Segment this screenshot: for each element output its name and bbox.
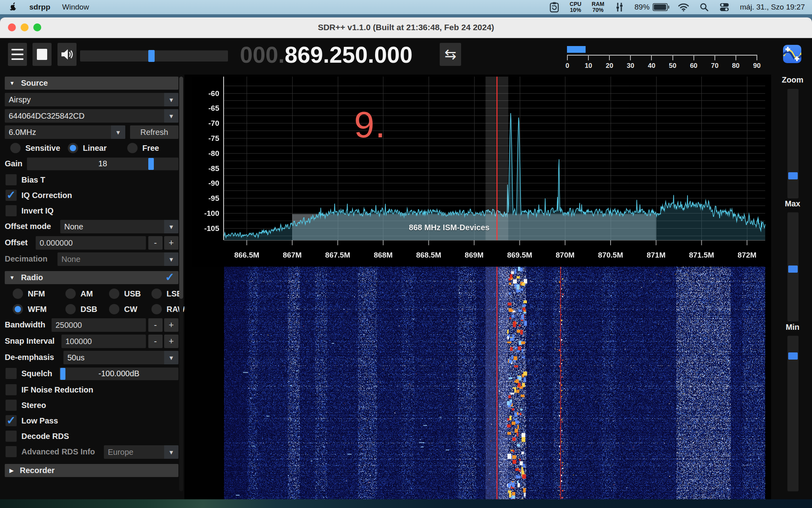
decode-rds-checkbox[interactable]: [6, 431, 17, 442]
ram-status[interactable]: RAM 70%: [592, 1, 604, 13]
snr-scale-tick: [756, 55, 757, 60]
snr-scale-number: 30: [627, 62, 634, 70]
snr-scale-number: 50: [669, 62, 676, 70]
snap-increment-button[interactable]: +: [164, 335, 178, 348]
radio-section-header[interactable]: ▼ Radio ✓: [5, 271, 178, 284]
volume-slider[interactable]: [80, 50, 228, 62]
mode-row-2: WFM DSB CW RAW: [5, 303, 178, 316]
scrollbar-thumb[interactable]: [179, 77, 183, 299]
gain-mode-free-radio[interactable]: [127, 143, 138, 153]
search-icon[interactable]: [699, 2, 709, 12]
stereo-checkbox[interactable]: [6, 400, 17, 411]
squelch-row: Squelch -100.000dB: [5, 367, 178, 381]
gain-slider-handle[interactable]: [148, 158, 154, 170]
mode-nfm-radio[interactable]: [13, 289, 23, 299]
mode-dsb-radio[interactable]: [65, 304, 76, 314]
radio-section-title: Radio: [21, 273, 43, 282]
control-center-icon[interactable]: [719, 2, 730, 12]
max-slider[interactable]: [787, 212, 799, 321]
volume-slider-handle[interactable]: [148, 50, 155, 62]
offset-mode-value: None: [64, 222, 83, 231]
gain-mode-linear-radio[interactable]: [68, 143, 78, 153]
main-menu-button[interactable]: [8, 43, 27, 66]
window-title-bar[interactable]: SDR++ v1.1.0 (Built at 21:36:48, Feb 24 …: [0, 17, 812, 38]
recorder-section-header[interactable]: ▶ Recorder: [5, 464, 178, 477]
mode-cw-radio[interactable]: [109, 304, 119, 314]
advanced-rds-checkbox[interactable]: [6, 446, 17, 457]
squelch-label: Squelch: [21, 369, 52, 378]
stop-button[interactable]: [33, 43, 52, 66]
chevron-down-icon: ▼: [164, 93, 178, 106]
battery-status[interactable]: 89%: [634, 3, 668, 12]
snap-interval-input[interactable]: 100000: [61, 335, 146, 348]
squelch-slider[interactable]: -100.000dB: [59, 368, 178, 380]
gain-label: Gain: [5, 159, 22, 168]
refresh-button[interactable]: Refresh: [130, 125, 178, 139]
speaker-icon: [60, 48, 74, 61]
mode-raw-radio[interactable]: [151, 304, 162, 314]
invert-iq-checkbox[interactable]: [6, 205, 17, 216]
chevron-down-icon: ▼: [164, 351, 178, 364]
snr-scale-number: 10: [585, 62, 592, 70]
squelch-slider-handle[interactable]: [60, 368, 65, 380]
source-section-header[interactable]: ▼ Source: [5, 77, 178, 90]
bandwidth-label: Bandwidth: [5, 320, 45, 329]
menu-app-name[interactable]: sdrpp: [29, 3, 50, 12]
fft-spectrum-canvas[interactable]: [192, 77, 771, 267]
zoom-slider-handle[interactable]: [788, 172, 798, 179]
max-slider-handle[interactable]: [788, 266, 798, 273]
min-slider[interactable]: [787, 336, 799, 491]
mode-wfm-radio[interactable]: [13, 304, 23, 314]
snr-scale-tick: [588, 55, 589, 60]
waterfall-canvas[interactable]: [224, 267, 765, 499]
tools-icon[interactable]: [615, 2, 624, 12]
offset-mode-select[interactable]: None ▼: [60, 220, 178, 233]
swap-arrows-icon: ⇆: [444, 46, 456, 63]
tuning-mode-button[interactable]: ⇆: [440, 43, 461, 66]
menu-item-window[interactable]: Window: [62, 3, 89, 12]
volume-button[interactable]: [57, 43, 77, 66]
device-value: Airspy: [9, 95, 31, 104]
bias-t-checkbox[interactable]: [6, 174, 17, 185]
samplerate-select[interactable]: 6.0MHz ▼: [5, 125, 125, 139]
sidebar-scrollbar[interactable]: [179, 77, 183, 491]
check-icon: ✓: [6, 190, 15, 200]
low-pass-checkbox[interactable]: ✓: [6, 415, 17, 426]
serial-select[interactable]: 644064DC325842CD ▼: [5, 109, 178, 123]
gain-mode-sensitive-radio[interactable]: [10, 143, 21, 153]
squelch-checkbox[interactable]: [6, 368, 17, 379]
radio-enabled-check-icon[interactable]: ✓: [165, 271, 174, 284]
bandwidth-decrement-button[interactable]: -: [148, 318, 163, 332]
collapse-arrow-icon: ▼: [10, 80, 15, 86]
snr-level-bar: [567, 46, 586, 53]
gain-slider[interactable]: 18: [27, 158, 178, 170]
if-noise-reduction-checkbox[interactable]: [6, 384, 17, 395]
offset-increment-button[interactable]: +: [164, 236, 178, 250]
low-pass-label: Low Pass: [21, 416, 58, 425]
decimation-select[interactable]: None ▼: [57, 252, 178, 266]
apple-logo-icon[interactable]: [10, 2, 17, 12]
mode-cw-label: CW: [124, 305, 137, 314]
backup-status-icon[interactable]: [549, 2, 559, 13]
chevron-down-icon: ▼: [164, 220, 178, 233]
cpu-status[interactable]: CPU 10%: [570, 1, 582, 13]
offset-decrement-button[interactable]: -: [148, 236, 163, 250]
iq-correction-checkbox[interactable]: ✓: [6, 190, 17, 201]
snr-scale-line: [567, 55, 757, 56]
mode-lsb-radio[interactable]: [151, 289, 162, 299]
wifi-icon[interactable]: [678, 3, 689, 12]
advanced-rds-select[interactable]: Europe ▼: [104, 445, 178, 459]
frequency-display[interactable]: 000.869.250.000: [240, 41, 412, 68]
offset-input[interactable]: 0.000000: [36, 236, 146, 250]
mode-am-radio[interactable]: [65, 289, 76, 299]
deemphasis-select[interactable]: 50us ▼: [63, 351, 178, 364]
zoom-slider[interactable]: [787, 89, 799, 198]
min-slider-handle[interactable]: [788, 352, 798, 360]
device-select[interactable]: Airspy ▼: [5, 93, 178, 106]
mode-usb-radio[interactable]: [109, 289, 119, 299]
snap-decrement-button[interactable]: -: [148, 335, 163, 348]
deemphasis-label: De-emphasis: [5, 353, 54, 362]
bandwidth-increment-button[interactable]: +: [164, 318, 178, 332]
bandwidth-input[interactable]: 250000: [52, 318, 146, 332]
menu-clock[interactable]: máj. 31., Szo 19:27: [740, 3, 805, 12]
